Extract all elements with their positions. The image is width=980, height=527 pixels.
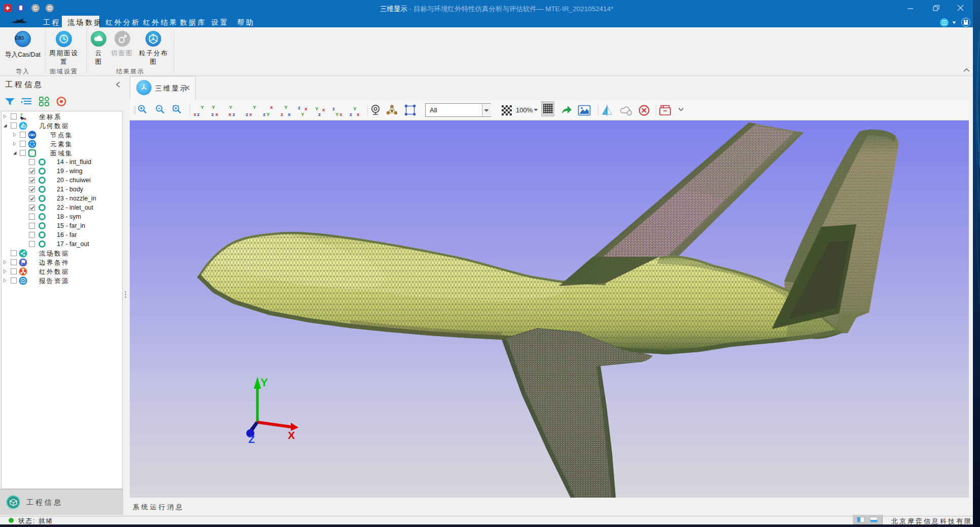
svg-text:Y: Y [301,111,305,116]
svg-text:z: z [197,111,200,116]
svg-text:x: x [270,104,273,110]
svg-text:Z: Z [248,433,255,445]
svg-text:z: z [298,105,300,110]
svg-text:z: z [246,111,248,116]
svg-text:Y: Y [284,104,288,110]
svg-text:x: x [340,111,343,116]
svg-text:x: x [305,106,308,111]
svg-text:x: x [288,111,291,116]
svg-text:x: x [229,111,232,116]
svg-text:z: z [21,117,23,120]
svg-text:Y: Y [201,104,204,110]
svg-text:x: x [194,111,197,116]
svg-text:z: z [350,111,352,116]
svg-text:Y: Y [260,376,268,389]
svg-text:z: z [211,111,214,116]
svg-text:Y: Y [267,111,270,116]
svg-text:x: x [215,111,218,116]
svg-text:Y: Y [229,104,233,110]
svg-text:Y: Y [315,106,319,111]
svg-text:z: z [332,106,335,111]
svg-text:Y: Y [335,111,339,116]
svg-text:Y: Y [253,104,256,110]
svg-text:x: x [249,111,252,116]
svg-text:z: z [233,111,235,116]
svg-text:Y: Y [20,113,23,116]
svg-text:x: x [24,117,26,120]
svg-text:z: z [263,111,266,116]
svg-text:Y: Y [212,104,215,110]
svg-text:x: x [322,107,325,112]
svg-text:X: X [288,429,295,441]
svg-text:z: z [318,111,321,116]
svg-text:Y: Y [353,106,357,111]
svg-text:x: x [357,111,360,116]
svg-text:z: z [281,111,283,116]
